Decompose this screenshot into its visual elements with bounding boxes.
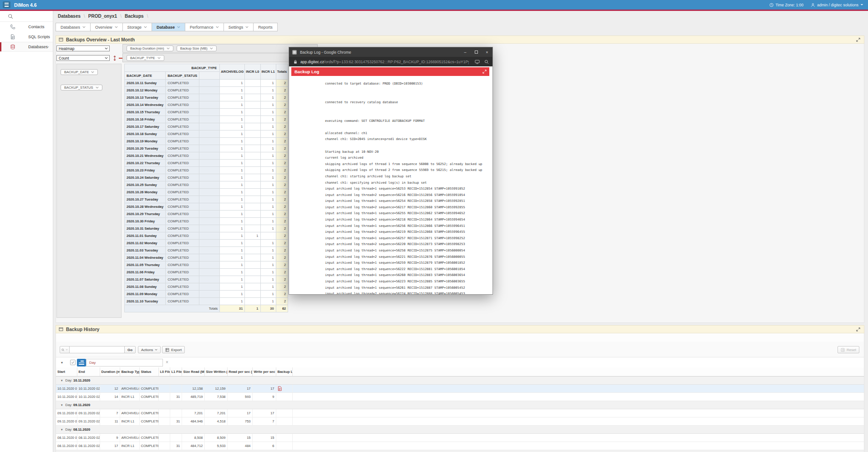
backup-log-document-icon[interactable] bbox=[278, 386, 282, 391]
column-pill[interactable]: BACKUP_TYPE bbox=[127, 55, 164, 61]
row-pill[interactable]: BACKUP_DATE bbox=[61, 69, 98, 75]
export-button[interactable]: Export bbox=[162, 346, 185, 353]
history-group-row[interactable]: ▾Day: 09.11.2020 bbox=[56, 401, 864, 409]
pivot-row-header[interactable]: BACKUP_STATUS bbox=[166, 72, 199, 80]
collapse-caret-icon[interactable]: ▾ bbox=[61, 403, 63, 407]
resize-vertical-icon[interactable] bbox=[113, 55, 117, 61]
history-column-header[interactable]: L0 Files bbox=[158, 367, 170, 376]
reset-button[interactable]: Reset bbox=[838, 346, 859, 353]
sidebar-item-sql-scripts[interactable]: SQL Scripts bbox=[0, 32, 53, 42]
timezone-menu[interactable]: Time Zone: 1:00 bbox=[769, 3, 804, 7]
history-cell bbox=[158, 433, 170, 442]
history-row[interactable]: 10.11.2020 02:1010.11.2020 02:2314INCR L… bbox=[56, 392, 864, 401]
pivot-cell: 1 bbox=[220, 240, 245, 247]
history-column-header[interactable]: Size Read (MB) bbox=[182, 367, 204, 376]
actions-label: Actions bbox=[141, 348, 153, 352]
go-button[interactable]: Go bbox=[124, 346, 136, 353]
history-row[interactable]: 08.11.2020 02:1008.11.2020 02:2617INCR L… bbox=[56, 442, 864, 450]
pivot-cell: COMPLETED bbox=[166, 87, 199, 94]
tab-storage[interactable]: Storage bbox=[122, 23, 152, 31]
history-column-header[interactable]: End bbox=[77, 367, 100, 376]
pivot-cell: 1 bbox=[220, 80, 245, 87]
history-column-header[interactable]: Backup Type bbox=[120, 367, 139, 376]
breadcrumb-item[interactable]: PROD_onyx1 bbox=[88, 14, 117, 19]
collapse-caret-icon[interactable]: ▾ bbox=[61, 428, 63, 431]
history-cell: 17 bbox=[100, 442, 120, 450]
measure-pill[interactable]: Backup Size (MB) bbox=[177, 45, 217, 51]
tab-settings[interactable]: Settings bbox=[223, 23, 254, 31]
sidebar-nav: ContactsSQL ScriptsDatabases bbox=[0, 22, 53, 52]
history-group-row[interactable]: ▾Day: 10.11.2020 bbox=[56, 376, 864, 384]
tab-reports[interactable]: Reports bbox=[253, 23, 278, 31]
history-row[interactable]: 08.11.2020 02:2608.11.2020 02:359ARCHIVE… bbox=[56, 433, 864, 442]
region-icon[interactable] bbox=[59, 37, 63, 42]
pivot-cell bbox=[245, 145, 260, 152]
tab-database[interactable]: Database bbox=[152, 23, 185, 31]
search-icon bbox=[61, 348, 64, 352]
row-pill[interactable]: BACKUP_STATUS bbox=[61, 85, 102, 90]
collapse-caret-icon[interactable]: ▾ bbox=[61, 379, 63, 382]
break-dropdown-caret[interactable]: ▾ bbox=[61, 361, 63, 365]
backup-log-cell bbox=[276, 409, 292, 417]
pivot-column-header[interactable]: Totals bbox=[276, 64, 288, 80]
history-column-header[interactable]: Write per sec (M... bbox=[252, 367, 276, 376]
search-options-button[interactable] bbox=[60, 346, 70, 353]
pivot-cell: 1 bbox=[260, 189, 276, 196]
break-enabled-checkbox[interactable] bbox=[70, 360, 76, 365]
zoom-page-icon[interactable] bbox=[484, 60, 489, 64]
tab-performance[interactable]: Performance bbox=[185, 23, 224, 31]
pivot-column-header[interactable]: ARCHIVELOG bbox=[220, 64, 245, 80]
remove-break-icon[interactable]: × bbox=[166, 360, 168, 365]
break-column-value[interactable]: Day bbox=[86, 359, 163, 367]
control-break-icon-button[interactable] bbox=[77, 359, 86, 367]
breadcrumb-item[interactable]: Databases bbox=[58, 14, 81, 19]
history-row[interactable]: 10.11.2020 02:2310.11.2020 02:3512ARCHIV… bbox=[56, 384, 864, 392]
pivot-cell: COMPLETED bbox=[166, 145, 199, 152]
history-group-row[interactable]: ▾Day: 08.11.2020 bbox=[56, 425, 864, 433]
sidebar-item-databases[interactable]: Databases bbox=[0, 42, 53, 52]
chart-type-select[interactable]: Heatmap bbox=[56, 45, 110, 51]
history-column-header[interactable]: Backup Log bbox=[276, 367, 292, 376]
aggregate-select[interactable]: Count bbox=[56, 55, 110, 61]
expand-icon[interactable] bbox=[856, 327, 860, 331]
history-group-row[interactable]: ▾Day: 07.11.2020 bbox=[56, 450, 864, 452]
tab-overview[interactable]: Overview bbox=[90, 23, 123, 31]
actions-button[interactable]: Actions bbox=[138, 346, 161, 353]
pivot-cell bbox=[199, 167, 220, 174]
timezone-label: Time Zone: 1:00 bbox=[776, 3, 804, 7]
measure-pill[interactable]: Backup Duration (min) bbox=[127, 45, 173, 51]
breadcrumb-item[interactable]: Backups bbox=[125, 14, 144, 19]
history-column-header[interactable]: Start bbox=[56, 367, 77, 376]
user-menu[interactable]: admin / digitec solutions bbox=[811, 3, 863, 7]
pivot-cell: 1 bbox=[220, 232, 245, 240]
history-row[interactable]: 09.11.2020 02:1009.11.2020 02:2011INCR L… bbox=[56, 417, 864, 425]
sidebar-item-contacts[interactable]: Contacts bbox=[0, 22, 53, 32]
pivot-row-header[interactable]: BACKUP_DATE bbox=[125, 72, 166, 80]
menu-button[interactable] bbox=[3, 1, 10, 8]
history-column-header[interactable]: Duration (min) bbox=[100, 367, 120, 376]
maximize-button[interactable] bbox=[471, 47, 482, 57]
minimize-button[interactable]: – bbox=[460, 47, 471, 57]
pivot-cell: 2 bbox=[276, 196, 288, 203]
history-column-header[interactable]: Read per sec (MB) bbox=[227, 367, 252, 376]
accent-line bbox=[0, 10, 868, 11]
search-input[interactable] bbox=[69, 346, 125, 353]
url-bar[interactable]: app.digitec.cz/ords/f?p=133:62:303147532… bbox=[289, 57, 492, 66]
expand-icon[interactable] bbox=[482, 70, 487, 74]
pivot-column-header[interactable]: INCR L1 bbox=[260, 64, 276, 80]
pivot-cell bbox=[199, 174, 220, 181]
window-titlebar[interactable]: Backup Log - Google Chrome – × bbox=[289, 47, 492, 57]
tab-databases[interactable]: Databases bbox=[56, 23, 91, 31]
history-row[interactable]: 09.11.2020 02:2009.11.2020 02:287ARCHIVE… bbox=[56, 409, 864, 417]
pivot-cell: COMPLETED bbox=[166, 240, 199, 247]
region-icon[interactable] bbox=[59, 327, 63, 331]
pivot-cell bbox=[199, 123, 220, 131]
expand-icon[interactable] bbox=[856, 38, 860, 42]
close-button[interactable]: × bbox=[482, 47, 492, 57]
pivot-column-header[interactable]: INCR L0 bbox=[245, 64, 260, 80]
history-column-header[interactable]: Size Written (MB) bbox=[204, 367, 227, 376]
history-column-header[interactable]: L1 Files bbox=[170, 367, 182, 376]
install-app-icon[interactable] bbox=[475, 60, 480, 64]
history-column-header[interactable]: Status bbox=[139, 367, 158, 376]
sidebar-search[interactable] bbox=[0, 11, 53, 22]
